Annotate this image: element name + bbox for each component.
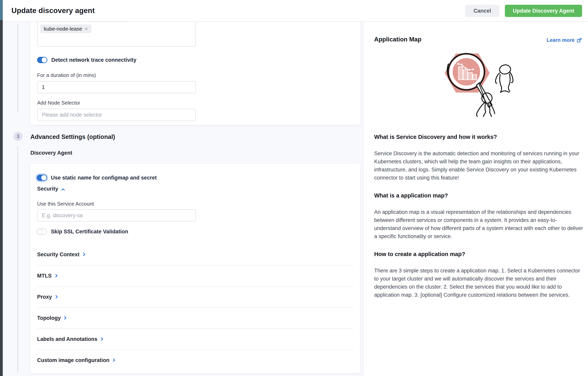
left-nav-active-indicator [0, 0, 3, 20]
info-paragraph-3: There are 3 simple steps to create a app… [374, 267, 583, 299]
chevron-right-icon [54, 274, 57, 277]
info-heading-3: How to create a application map? [374, 251, 465, 257]
stepper-line-bottom [17, 146, 18, 373]
skip-ssl-toggle-label: Skip SSL Certificate Validation [51, 229, 128, 235]
static-name-toggle-row: Use static name for configmap and secret [37, 175, 157, 181]
update-discovery-agent-button[interactable]: Update Discovery Agent [505, 5, 582, 17]
network-trace-card: kube-node-lease × Detect network trace c… [30, 9, 360, 125]
skip-ssl-toggle[interactable] [37, 229, 47, 235]
duration-label: For a duration of (in mins) [37, 72, 96, 78]
service-account-label: Use this Service Account [37, 201, 94, 207]
network-trace-toggle[interactable] [37, 57, 47, 63]
chevron-right-icon [99, 337, 103, 341]
page-title: Update discovery agent [11, 7, 95, 15]
chevron-right-icon [54, 295, 58, 298]
section-row-mtls[interactable]: MTLS [37, 265, 353, 286]
section-row-topology[interactable]: Topology [37, 307, 353, 328]
learn-more-link[interactable]: Learn more [546, 37, 582, 43]
service-account-input[interactable] [37, 209, 196, 221]
chevron-right-icon [63, 316, 66, 320]
section-row-custom-image[interactable]: Custom image configuration [37, 350, 353, 371]
toggle-knob [42, 57, 47, 63]
header-actions: Cancel Update Discovery Agent [465, 0, 582, 22]
chevron-right-icon [111, 358, 115, 362]
section-row-security-context[interactable]: Security Context [37, 244, 353, 265]
static-name-toggle-label: Use static name for configmap and secret [51, 175, 157, 181]
stepper-line-top [17, 24, 18, 112]
advanced-settings-card: Use static name for configmap and secret… [30, 164, 360, 373]
left-nav-edge [0, 0, 3, 376]
skip-ssl-toggle-row: Skip SSL Certificate Validation [37, 229, 128, 235]
info-panel: Application Map Learn more [363, 0, 588, 376]
learn-more-label: Learn more [546, 37, 575, 43]
form-panel: kube-node-lease × Detect network trace c… [3, 0, 363, 376]
chevron-right-icon [82, 252, 85, 256]
node-selector-input[interactable] [37, 109, 196, 121]
advanced-settings-title: Advanced Settings (optional) [30, 133, 115, 140]
static-name-toggle[interactable] [37, 175, 47, 181]
network-trace-toggle-row: Detect network trace connectivity [37, 57, 136, 63]
section-row-label: Custom image configuration [37, 357, 109, 363]
person-standing [496, 64, 513, 92]
network-trace-toggle-label: Detect network trace connectivity [51, 57, 136, 63]
info-paragraph-1: Service Discovery is the automatic detec… [374, 149, 583, 182]
section-row-label: Proxy [37, 294, 52, 300]
collapsed-sections-list: Security Context MTLS Proxy Topology Lab… [37, 244, 353, 371]
application-map-title: Application Map [374, 36, 421, 43]
toggle-knob [38, 229, 42, 234]
info-heading-2: What is a application map? [374, 192, 448, 199]
security-section-header[interactable]: Security [37, 186, 64, 192]
step-3-badge: 3 [13, 132, 22, 141]
namespace-tag-label: kube-node-lease [44, 26, 82, 32]
discovery-agent-subtitle: Discovery Agent [30, 150, 72, 156]
remove-tag-icon[interactable]: × [85, 26, 88, 32]
duration-input[interactable] [37, 81, 196, 93]
section-row-proxy[interactable]: Proxy [37, 286, 353, 307]
info-heading-1: What is Service Discovery and how it wor… [374, 134, 497, 140]
section-row-label: Labels and Annotations [37, 336, 97, 342]
page-header: Update discovery agent Cancel Update Dis… [3, 0, 588, 22]
section-row-label: Topology [37, 315, 61, 321]
section-row-label: MTLS [37, 273, 52, 279]
section-row-labels-annotations[interactable]: Labels and Annotations [37, 328, 353, 350]
chevron-up-icon [61, 188, 65, 192]
external-link-icon [577, 38, 582, 43]
info-paragraph-2: An application map is a visual represent… [374, 208, 583, 240]
toggle-knob [41, 175, 46, 180]
security-header-label: Security [37, 186, 58, 192]
section-row-label: Security Context [37, 251, 80, 258]
namespace-tag: kube-node-lease × [40, 24, 91, 33]
cancel-button[interactable]: Cancel [465, 5, 499, 17]
application-map-illustration [440, 48, 523, 117]
node-selector-label: Add Node Selector [37, 100, 80, 106]
